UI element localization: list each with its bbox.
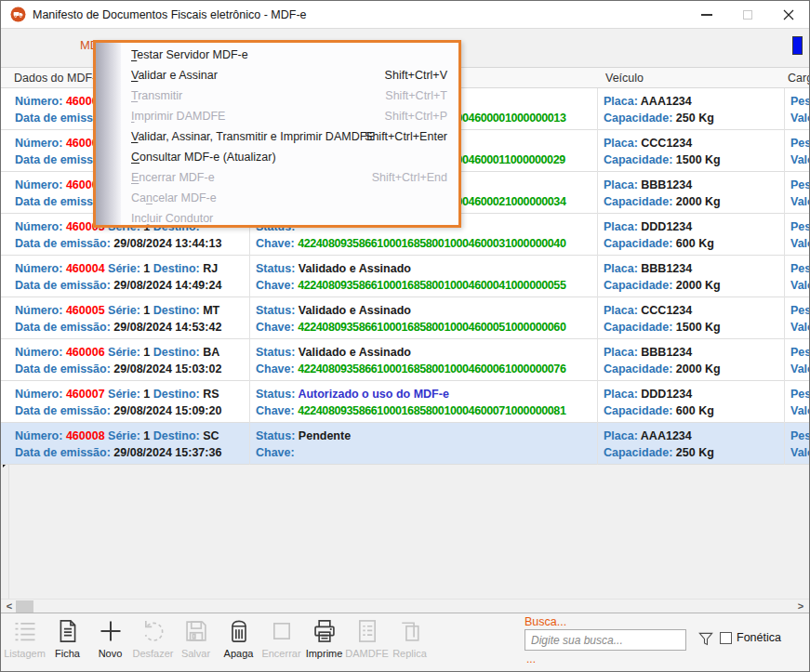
chave-label: Chave: (256, 446, 295, 459)
destino-value: RS (203, 388, 219, 401)
valor-label: Valor: (790, 279, 810, 292)
context-menu: Testar Servidor MDF-eValidar e AssinarSh… (93, 40, 461, 228)
cell-status-chave: Status: Autorizado o uso do MDF-eChave: … (250, 381, 598, 423)
toolbar-button-label: Apaga (224, 648, 254, 659)
destino-label: Destino: (150, 262, 203, 275)
status-label: Status: (256, 388, 298, 401)
destino-label: Destino: (150, 429, 203, 442)
table-row[interactable]: Número: 460007 Série: 1 Destino: RSData … (1, 381, 809, 423)
menu-item-shortcut: Shift+Ctrl+End (372, 167, 447, 188)
encerrar-button: Encerrar (260, 615, 302, 669)
table-row[interactable]: Número: 460005 Série: 1 Destino: MTData … (1, 297, 809, 339)
search-input[interactable] (525, 629, 686, 651)
valor-label: Valor: (790, 195, 810, 208)
numero-label: Número: (15, 95, 66, 108)
menu-item-1[interactable]: Validar e AssinarShift+Ctrl+V (96, 65, 458, 86)
title-bar: Manifesto de Documentos Fiscais eletrôni… (1, 1, 809, 29)
table-row[interactable]: Número: 460008 Série: 1 Destino: SCData … (1, 423, 809, 465)
status-label: Status: (256, 346, 299, 359)
status-value: Pendente (299, 429, 351, 442)
placa-value: BBB1234 (641, 262, 692, 275)
placa-value: DDD1234 (641, 220, 692, 233)
toolbar-button-label: Listagem (4, 648, 46, 659)
capacidade-value: 1500 Kg (676, 321, 721, 334)
save-icon (182, 615, 210, 647)
app-icon (10, 7, 26, 22)
list-icon (11, 615, 39, 647)
cell-carga: Peso:Valor: (785, 88, 810, 130)
imprime-button[interactable]: Imprime (303, 615, 345, 669)
damdfe-icon (353, 615, 381, 647)
menu-item-shortcut: Shift+Ctrl+Enter (365, 126, 447, 147)
search-dots: ... (526, 652, 536, 665)
fonetica-checkbox[interactable] (720, 632, 732, 644)
menu-item-label: Encerrar MDF-e (131, 171, 215, 184)
menu-item-label: Incluir Condutor (131, 212, 213, 225)
plus-icon (97, 615, 125, 647)
capacidade-value: 600 Kg (676, 237, 714, 250)
cell-dados: Número: 460006 Série: 1 Destino: BAData … (9, 339, 250, 381)
cell-dados: Número: 460007 Série: 1 Destino: RSData … (9, 381, 250, 423)
scroll-right-arrow[interactable]: > (794, 600, 807, 613)
filter-icon[interactable] (697, 629, 715, 650)
apaga-button[interactable]: Apaga (218, 615, 259, 669)
data-emissao-label: Data de emissão: (15, 321, 113, 334)
listagem-button: Listagem (4, 615, 46, 669)
search-title: Busca... (525, 615, 566, 628)
valor-label: Valor: (790, 362, 810, 376)
document-icon (54, 615, 82, 647)
column-header-carga: Carga (788, 72, 810, 85)
status-label: Status: (256, 429, 299, 442)
menu-item-5[interactable]: Consultar MDF-e (Atualizar) (96, 147, 458, 167)
destino-value: SC (203, 429, 219, 442)
menu-item-shortcut: Shift+Ctrl+P (385, 106, 447, 126)
cell-carga: Peso:Valor: (785, 172, 810, 214)
status-value: Autorizado o uso do MDF-e (298, 388, 448, 401)
stop-icon (268, 615, 296, 647)
menu-item-label: Cancelar MDF-e (131, 191, 217, 204)
capacidade-label: Capacidade: (604, 362, 676, 376)
maximize-button[interactable] (727, 1, 768, 29)
serie-label: Série: (105, 346, 144, 359)
minimize-button[interactable] (686, 1, 727, 29)
salvar-button: Salvar (175, 615, 217, 669)
placa-value: BBB1234 (641, 178, 692, 191)
placa-value: CCC1234 (641, 137, 692, 150)
horizontal-scrollbar[interactable]: < > (1, 599, 809, 613)
close-button[interactable] (768, 1, 809, 29)
numero-label: Número: (15, 178, 66, 191)
toolbar-button-label: Imprime (306, 648, 343, 659)
chave-value: 4224080935866100016858001000460005100000… (298, 321, 565, 334)
scroll-left-arrow[interactable]: < (3, 600, 16, 613)
table-row[interactable]: Número: 460004 Série: 1 Destino: RJData … (1, 256, 809, 297)
toolbar-button-label: Salvar (181, 648, 210, 659)
cell-dados: Número: 460004 Série: 1 Destino: RJData … (9, 256, 250, 297)
chave-value: 4224080935866100016858001000460003100000… (298, 237, 565, 250)
table-row[interactable]: Número: 460006 Série: 1 Destino: BAData … (1, 339, 809, 381)
valor-label: Valor: (790, 237, 810, 250)
window-title: Manifesto de Documentos Fiscais eletrôni… (33, 8, 307, 21)
placa-value: DDD1234 (641, 388, 692, 401)
cell-veiculo: Placa: BBB1234Capacidade: 2000 Kg (598, 172, 785, 214)
data-emissao-label: Data de emissão: (15, 362, 113, 376)
menu-item-0[interactable]: Testar Servidor MDF-e (96, 45, 458, 65)
numero-value: 460008 (66, 429, 105, 442)
toolbar-buttons: ListagemFichaNovoDesfazerSalvarApagaEnce… (4, 615, 431, 669)
cell-carga: Peso:Valor: (785, 214, 810, 256)
scroll-thumb[interactable] (16, 600, 33, 613)
toolbar-button-label: DAMDFE (345, 648, 388, 659)
capacidade-label: Capacidade: (604, 321, 676, 334)
peso-label: Peso: (790, 137, 810, 150)
ficha-button[interactable]: Ficha (46, 615, 88, 669)
status-value: Validado e Assinado (299, 346, 411, 359)
status-label: Status: (256, 262, 299, 275)
data-emissao-value: 29/08/2024 15:03:02 (113, 362, 221, 376)
serie-label: Série: (105, 388, 144, 401)
column-header-dados: Dados do MDF-e (14, 72, 102, 85)
window-controls (686, 1, 809, 29)
menu-item-4[interactable]: Validar, Assinar, Transmitir e Imprimir … (96, 126, 458, 147)
chave-label: Chave: (256, 237, 298, 250)
destino-value: RJ (203, 262, 218, 275)
status-label: Status: (256, 304, 299, 317)
novo-button[interactable]: Novo (89, 615, 131, 669)
